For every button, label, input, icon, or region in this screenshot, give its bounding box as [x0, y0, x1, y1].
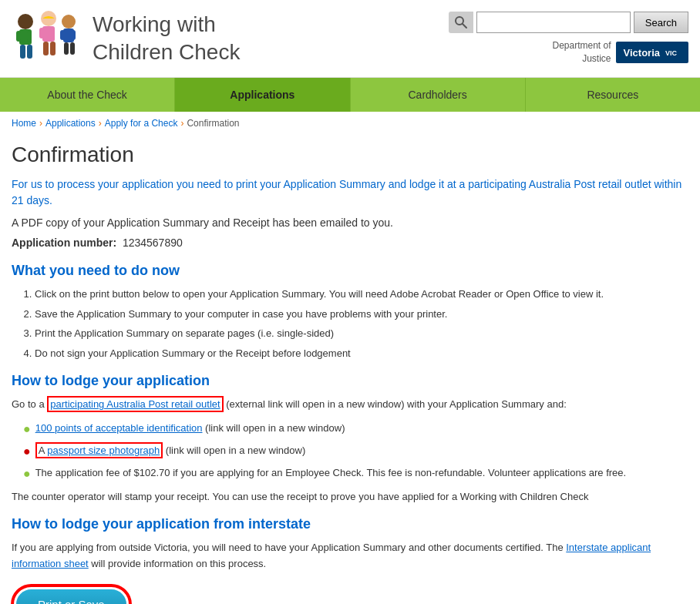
bullet-dot-2: ● [23, 442, 31, 461]
step-2: Save the Application Summary to your com… [35, 307, 688, 322]
print-btn-wrap: Print or Save [12, 585, 688, 604]
breadcrumb-applications[interactable]: Applications [45, 118, 96, 129]
logo-children-illustration [12, 8, 81, 69]
stamp-text: The counter operator will stamp your rec… [12, 489, 688, 505]
main-nav: About the Check Applications Cardholders… [0, 78, 700, 112]
svg-rect-4 [20, 45, 25, 59]
nav-applications[interactable]: Applications [175, 78, 350, 112]
vic-label: Victoria [624, 47, 660, 59]
search-icon [449, 12, 473, 33]
what-heading: What you need to do now [12, 263, 688, 279]
app-number-value: 1234567890 [123, 237, 183, 249]
bullet-dot-1: ● [23, 420, 31, 438]
svg-point-12 [62, 15, 76, 29]
svg-rect-3 [27, 31, 32, 42]
svg-point-0 [18, 14, 33, 29]
step-1: Click on the print button below to open … [35, 287, 688, 302]
svg-rect-17 [70, 42, 75, 55]
main-content: Confirmation For us to process your appl… [0, 135, 700, 604]
svg-line-19 [463, 24, 466, 28]
breadcrumb-sep-3: › [180, 118, 183, 129]
print-button-highlight: Print or Save [12, 585, 131, 604]
app-number-label: Application number: [12, 237, 116, 249]
print-save-button[interactable]: Print or Save [16, 589, 126, 604]
lodge-item-1: ● 100 points of acceptable identificatio… [23, 421, 688, 438]
breadcrumb-sep-1: › [39, 118, 42, 129]
interstate-link[interactable]: Interstate applicant information sheet [12, 542, 651, 569]
step-4: Do not sign your Application Summary or … [35, 346, 688, 361]
breadcrumb-home[interactable]: Home [12, 118, 36, 129]
lodge-item-1-text: 100 points of acceptable identification … [35, 421, 345, 436]
page-title: Confirmation [12, 143, 688, 167]
site-title: Working with Children Check [93, 11, 240, 67]
breadcrumb-sep-2: › [99, 118, 102, 129]
step-3: Print the Application Summary on separat… [35, 326, 688, 341]
nav-resources[interactable]: Resources [526, 78, 700, 112]
search-bar: Search [449, 12, 688, 33]
dept-logo: Department ofJustice Victoria VIC [553, 39, 689, 65]
search-input[interactable] [476, 12, 631, 33]
pdf-notice: A PDF copy of your Application Summary a… [12, 216, 688, 229]
lodge-intro-text: Go to a participating Australia Post ret… [12, 397, 688, 413]
search-button[interactable]: Search [634, 12, 688, 33]
svg-rect-5 [27, 45, 32, 59]
svg-rect-15 [71, 30, 76, 40]
nav-cardholders[interactable]: Cardholders [351, 78, 526, 112]
lodge-item-2: ● A passport size photograph (link will … [23, 443, 688, 461]
passport-photo-link[interactable]: passport size photograph [47, 445, 160, 456]
interstate-heading: How to lodge your application from inter… [12, 516, 688, 532]
interstate-text: If you are applying from outside Victori… [12, 540, 688, 572]
bullet-dot-3: ● [23, 465, 31, 483]
breadcrumb-current: Confirmation [187, 118, 239, 129]
svg-rect-14 [60, 30, 65, 40]
identification-link[interactable]: 100 points of acceptable identification [35, 422, 203, 434]
breadcrumb: Home › Applications › Apply for a Check … [0, 112, 700, 135]
svg-rect-16 [64, 42, 69, 55]
app-number: Application number: 1234567890 [12, 237, 688, 249]
breadcrumb-apply[interactable]: Apply for a Check [105, 118, 178, 129]
header-right: Search Department ofJustice Victoria VIC [449, 12, 688, 65]
lodge-item-3-text: The application fee of $102.70 if you ar… [35, 465, 627, 481]
nav-about-check[interactable]: About the Check [0, 78, 175, 112]
alert-text: For us to process your application you n… [12, 176, 688, 209]
svg-rect-2 [16, 31, 21, 42]
lodge-items-list: ● 100 points of acceptable identificatio… [23, 421, 688, 483]
australia-post-link[interactable]: participating Australia Post retail outl… [47, 396, 223, 412]
svg-rect-8 [39, 28, 44, 39]
steps-list: Click on the print button below to open … [35, 287, 688, 361]
header: Working with Children Check Search Depar… [0, 0, 700, 78]
lodge-item-2-text: A passport size photograph (link will op… [35, 443, 306, 458]
svg-rect-11 [50, 42, 56, 55]
lodge-item-3: ● The application fee of $102.70 if you … [23, 465, 688, 483]
header-left: Working with Children Check [12, 8, 240, 69]
svg-rect-9 [50, 28, 55, 39]
svg-text:VIC: VIC [665, 49, 678, 57]
svg-rect-10 [43, 42, 49, 55]
lodge-heading: How to lodge your application [12, 373, 688, 389]
